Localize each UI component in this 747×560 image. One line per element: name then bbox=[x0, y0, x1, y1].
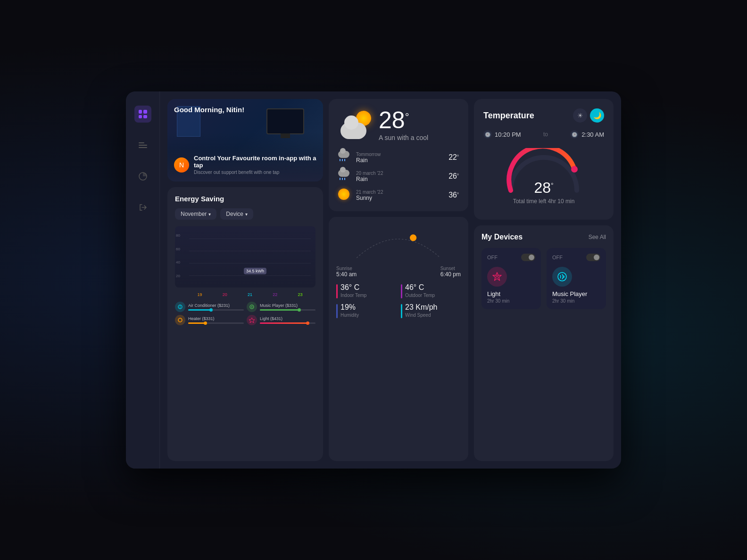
sunset-time: 6:40 pm bbox=[440, 271, 461, 278]
heater-slider-fill bbox=[188, 322, 205, 324]
outdoor-temp-info: 46° C Outdoor Temp bbox=[405, 283, 435, 298]
middle-column: 28° A sun with a cool Tommorrow bbox=[329, 99, 468, 461]
forecast-info-2: 20 march '22 Rain bbox=[356, 171, 444, 182]
forecast-date-1: Tommorrow bbox=[356, 152, 444, 157]
greeting-text: Control Your Favourite room in-app with … bbox=[194, 155, 316, 175]
ac-icon bbox=[175, 302, 185, 312]
light-device-name: Light bbox=[487, 290, 535, 297]
weather-temp-block: 28° A sun with a cool bbox=[379, 108, 428, 141]
sunset-block: Sunset 6:40 pm bbox=[440, 266, 461, 278]
light-toggle-row: OFF bbox=[487, 254, 535, 261]
music-toggle-knob bbox=[594, 255, 599, 260]
wind-label: Wind Speed bbox=[405, 313, 437, 318]
rain-icon-2 bbox=[338, 170, 351, 183]
sun-times: Sunrise 5:40 am Sunset 6:40 pm bbox=[336, 266, 461, 278]
light-slider[interactable] bbox=[260, 322, 315, 324]
greeting-card-title: Control Your Favourite room in-app with … bbox=[194, 155, 316, 169]
temp-header: Temperature ☀ 🌙 bbox=[483, 108, 604, 123]
gauge-temp-val: 28° bbox=[534, 180, 553, 195]
forecast-info-3: 21 march '22 Sunny bbox=[356, 189, 444, 201]
forecast-date-3: 21 march '22 bbox=[356, 189, 444, 195]
svg-point-10 bbox=[558, 272, 566, 281]
y-label-60: 60 bbox=[176, 247, 180, 251]
humidity-label: Humidity bbox=[340, 313, 359, 318]
weather-description: A sun with a cool bbox=[379, 134, 428, 141]
y-label-40: 40 bbox=[176, 260, 180, 264]
light-device-time: 2hr 30 min bbox=[487, 298, 535, 304]
main-content: Good Morning, Nitin! N Control Your Favo… bbox=[160, 91, 621, 469]
light-icon-large bbox=[487, 267, 507, 287]
sidebar-item-dashboard[interactable] bbox=[134, 106, 151, 123]
forecast-date-2: 20 march '22 bbox=[356, 171, 444, 176]
date-label-20: 20 bbox=[214, 292, 235, 297]
forecast-condition-1: Rain bbox=[356, 157, 444, 164]
time-to-val: 2:30 AM bbox=[581, 131, 604, 138]
see-all-button[interactable]: See All bbox=[589, 234, 606, 240]
indoor-temp-bar bbox=[336, 284, 338, 298]
music-info: Music Player ($331) bbox=[260, 303, 315, 311]
humidity-stat: 19% Humidity bbox=[336, 303, 396, 318]
outdoor-temp-label: Outdoor Temp bbox=[405, 293, 435, 298]
light-toggle-knob bbox=[529, 255, 534, 260]
wind-stat: 23 Km/ph Wind Speed bbox=[401, 303, 461, 318]
temp-toggle: ☀ 🌙 bbox=[573, 108, 604, 123]
cloud-main bbox=[340, 123, 366, 139]
weather-stats: 36° C Indoor Temp 46° C Outdoor Temp bbox=[336, 283, 461, 318]
sidebar-item-logout[interactable] bbox=[134, 199, 151, 216]
weather-icon bbox=[338, 111, 371, 139]
light-toggle-switch[interactable] bbox=[521, 254, 535, 261]
humidity-value: 19% bbox=[340, 303, 359, 312]
sidebar-item-list[interactable] bbox=[134, 137, 151, 154]
forecast-info-1: Tommorrow Rain bbox=[356, 152, 444, 164]
music-toggle-row: OFF bbox=[552, 254, 600, 261]
sun-tracker-card: Sunrise 5:40 am Sunset 6:40 pm 36° C Ind… bbox=[329, 217, 468, 461]
device-card-music: OFF Music Player 2hr 30 mi bbox=[547, 248, 606, 309]
moon-toggle-button[interactable]: 🌙 bbox=[590, 108, 604, 123]
svg-point-7 bbox=[410, 234, 416, 241]
heater-slider[interactable] bbox=[188, 322, 244, 324]
music-icon-large bbox=[552, 267, 572, 287]
gauge-temp-display: 28° bbox=[534, 180, 553, 195]
weather-forecast: Tommorrow Rain 22° 20 march bbox=[338, 151, 459, 202]
time-to: 🕑 2:30 AM bbox=[570, 130, 604, 139]
right-column: Temperature ☀ 🌙 🕙 10:20 PM to 🕑 2:30 AM bbox=[474, 99, 614, 461]
greeting-card: Good Morning, Nitin! N Control Your Favo… bbox=[167, 99, 323, 181]
rain-icon-1 bbox=[338, 151, 351, 164]
forecast-condition-2: Rain bbox=[356, 176, 444, 182]
outdoor-temp-bar bbox=[401, 284, 402, 298]
music-toggle-switch[interactable] bbox=[586, 254, 600, 261]
sidebar-item-chart[interactable] bbox=[134, 168, 151, 185]
music-slider-thumb bbox=[298, 308, 301, 312]
weather-card: 28° A sun with a cool Tommorrow bbox=[329, 99, 468, 211]
indoor-temp-value: 36° C bbox=[340, 283, 366, 292]
greeting-avatar: N bbox=[174, 157, 189, 173]
music-slider[interactable] bbox=[260, 309, 315, 311]
sun-arc bbox=[336, 224, 461, 262]
y-label-80: 80 bbox=[176, 233, 180, 238]
heater-icon bbox=[175, 315, 185, 325]
light-off-label: OFF bbox=[487, 255, 498, 260]
humidity-bar bbox=[336, 304, 338, 318]
greeting-card-subtitle: Discover out support benefit with one ta… bbox=[194, 170, 316, 175]
current-temp: 28° bbox=[379, 108, 428, 132]
music-icon-small bbox=[247, 302, 257, 312]
forecast-item-1: Tommorrow Rain 22° bbox=[338, 151, 459, 164]
sunrise-time: 5:40 am bbox=[336, 271, 357, 278]
ac-slider[interactable] bbox=[188, 309, 244, 311]
wind-value: 23 Km/ph bbox=[405, 303, 437, 312]
humidity-info: 19% Humidity bbox=[340, 303, 359, 318]
ac-name: Air Conditioner ($231) bbox=[188, 303, 244, 308]
energy-title: Energy Saving bbox=[175, 195, 315, 203]
weather-main: 28° A sun with a cool bbox=[338, 108, 459, 141]
ac-info: Air Conditioner ($231) bbox=[188, 303, 244, 311]
music-slider-fill bbox=[260, 309, 299, 311]
device-filter[interactable]: Device bbox=[220, 208, 253, 220]
music-name: Music Player ($331) bbox=[260, 303, 315, 308]
month-filter[interactable]: November bbox=[175, 208, 216, 220]
device-item-ac: Air Conditioner ($231) bbox=[175, 302, 244, 312]
forecast-temp-1: 22° bbox=[448, 153, 459, 162]
sun-toggle-button[interactable]: ☀ bbox=[573, 108, 587, 123]
heater-info: Heater ($331) bbox=[188, 316, 244, 324]
time-from: 🕙 10:20 PM bbox=[483, 130, 521, 139]
heater-slider-thumb bbox=[204, 321, 207, 325]
